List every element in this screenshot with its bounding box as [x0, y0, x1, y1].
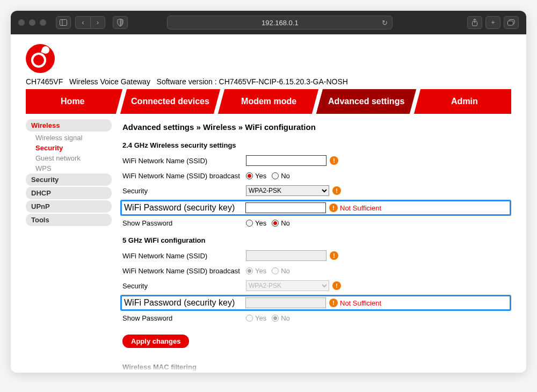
browser-window: ‹ › 192.168.0.1 ↻ + CH7465VF Wireless Vo…: [11, 11, 526, 373]
vodafone-logo-icon: [26, 44, 55, 73]
showpw-24-no-radio[interactable]: [272, 220, 279, 227]
address-bar[interactable]: 192.168.0.1 ↻: [167, 16, 393, 30]
section-5ghz-title: 5 GHz WiFi configuration: [122, 236, 511, 244]
nav-home[interactable]: Home: [23, 89, 127, 114]
nav-modem-mode[interactable]: Modem mode: [219, 89, 323, 114]
broadcast-24-yes-radio[interactable]: [246, 172, 253, 179]
section-24ghz-title: 2.4 GHz Wireless security settings: [122, 141, 511, 149]
broadcast-24-label: WiFi Network Name (SSID) broadcast: [122, 172, 246, 180]
warning-icon: !: [330, 251, 338, 260]
password-24-input[interactable]: [245, 202, 326, 213]
sidebar-wps[interactable]: WPS: [26, 163, 112, 173]
tabs-icon[interactable]: [504, 16, 519, 29]
password-24-error: Not Sufficient: [340, 204, 381, 212]
showpw-24-yes-label: Yes: [255, 219, 266, 227]
security-24-select[interactable]: WPA2-PSK: [246, 185, 329, 196]
nav-connected-devices[interactable]: Connected devices: [120, 89, 225, 114]
ssid-24-input[interactable]: [246, 155, 326, 166]
security-5-select: WPA2-PSK: [246, 280, 329, 291]
svg-rect-0: [60, 20, 67, 26]
traffic-lights: [18, 19, 46, 26]
sidebar-dhcp[interactable]: DHCP: [26, 187, 112, 199]
warning-icon: !: [330, 156, 338, 165]
ssid-5-label: WiFi Network Name (SSID): [122, 252, 246, 260]
broadcast-5-label: WiFi Network Name (SSID) broadcast: [122, 267, 246, 275]
showpw-24-yes-radio[interactable]: [246, 220, 253, 227]
shield-icon[interactable]: [113, 16, 128, 29]
sidebar-guest-network[interactable]: Guest network: [26, 153, 112, 163]
showpw-24-label: Show Password: [122, 219, 246, 227]
showpw-5-yes-radio: [246, 315, 253, 322]
nav-buttons: ‹ ›: [75, 16, 105, 29]
nav-advanced-settings[interactable]: Advanced settings: [316, 89, 421, 114]
showpw-5-yes-label: Yes: [255, 314, 266, 322]
reload-icon[interactable]: ↻: [382, 19, 388, 27]
broadcast-5-no-radio: [272, 267, 279, 274]
password-5-error: Not Sufficient: [340, 299, 381, 307]
svg-rect-4: [507, 21, 513, 25]
sw-version: CH7465VF-NCIP-6.15.20.3-GA-NOSH: [219, 77, 348, 86]
page-content: CH7465VF Wireless Voice Gateway Software…: [11, 34, 526, 373]
address-text: 192.168.0.1: [262, 19, 299, 27]
sidebar-security[interactable]: Security: [26, 173, 112, 186]
sidebar-wireless[interactable]: Wireless: [26, 119, 112, 132]
main-panel: Advanced settings » Wireless » WiFi conf…: [117, 119, 511, 373]
sidebar: Wireless Wireless signal Security Guest …: [26, 119, 117, 373]
warning-icon: !: [329, 299, 338, 307]
share-icon[interactable]: [467, 16, 482, 29]
showpw-24-no-label: No: [281, 219, 290, 227]
broadcast-5-yes-radio: [246, 267, 253, 274]
maximize-window-icon[interactable]: [40, 19, 46, 26]
warning-icon: !: [332, 281, 341, 290]
broadcast-5-no-label: No: [281, 267, 290, 275]
sidebar-upnp[interactable]: UPnP: [26, 200, 112, 213]
nav-admin[interactable]: Admin: [414, 89, 514, 114]
sw-label: Software version :: [157, 77, 217, 86]
password-5-input: [245, 297, 326, 308]
model: CH7465VF: [26, 77, 63, 86]
main-nav: Home Connected devices Modem mode Advanc…: [26, 89, 511, 114]
ssid-24-label: WiFi Network Name (SSID): [122, 157, 246, 165]
warning-icon: !: [332, 186, 341, 195]
broadcast-24-no-label: No: [281, 172, 290, 180]
showpw-5-no-label: No: [281, 314, 290, 322]
password-5-row-highlight: WiFi Password (security key) ! Not Suffi…: [120, 295, 511, 311]
security-24-label: Security: [122, 187, 246, 195]
showpw-5-label: Show Password: [122, 314, 246, 322]
security-5-label: Security: [122, 282, 246, 290]
sidebar-security-sub[interactable]: Security: [26, 143, 112, 153]
password-24-label: WiFi Password (security key): [124, 203, 245, 213]
device-info: CH7465VF Wireless Voice Gateway Software…: [26, 77, 511, 86]
forward-button[interactable]: ›: [90, 16, 105, 29]
sidebar-tools[interactable]: Tools: [26, 214, 112, 226]
minimize-window-icon[interactable]: [29, 19, 35, 26]
warning-icon: !: [329, 204, 338, 212]
apply-changes-button[interactable]: Apply changes: [122, 335, 189, 348]
mac-filtering-title: Wireless MAC filtering: [122, 363, 511, 371]
sidebar-wireless-signal[interactable]: Wireless signal: [26, 133, 112, 143]
broadcast-24-no-radio[interactable]: [272, 172, 279, 179]
browser-chrome: ‹ › 192.168.0.1 ↻ +: [11, 11, 526, 34]
ssid-5-input: [246, 250, 326, 261]
showpw-5-no-radio: [272, 315, 279, 322]
broadcast-5-yes-label: Yes: [255, 267, 266, 275]
password-5-label: WiFi Password (security key): [124, 298, 245, 308]
password-24-row-highlight: WiFi Password (security key) ! Not Suffi…: [120, 200, 511, 216]
breadcrumb: Advanced settings » Wireless » WiFi conf…: [122, 122, 511, 132]
back-button[interactable]: ‹: [75, 16, 90, 29]
product: Wireless Voice Gateway: [69, 77, 150, 86]
sidebar-toggle-icon[interactable]: [56, 16, 71, 29]
broadcast-24-yes-label: Yes: [255, 172, 266, 180]
new-tab-icon[interactable]: +: [485, 16, 500, 29]
close-window-icon[interactable]: [18, 19, 25, 26]
